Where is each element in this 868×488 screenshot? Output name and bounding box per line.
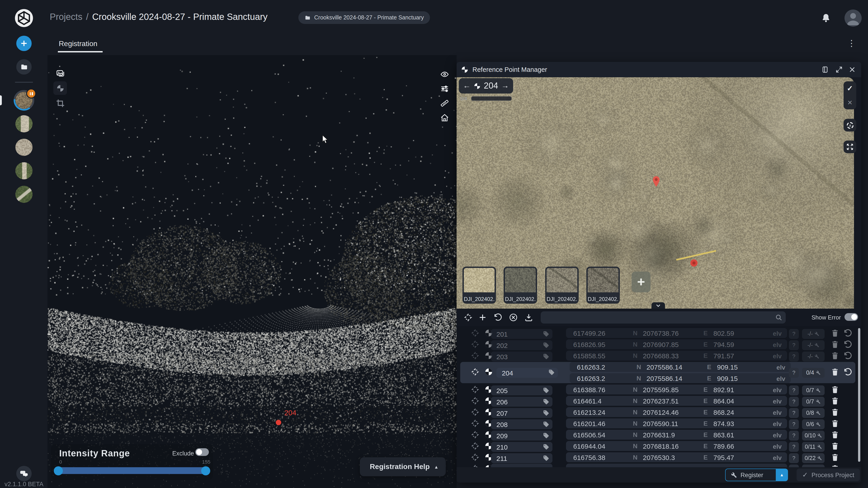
crop-tool-button[interactable] — [53, 96, 67, 110]
point-help-button[interactable]: ? — [789, 442, 799, 452]
point-id-cell[interactable]: 209 — [491, 431, 553, 441]
reference-point-row[interactable]: 205 616388.76 N 2075595.85 E 892.91 elv … — [457, 385, 858, 394]
delete-point-icon[interactable] — [831, 419, 839, 427]
intensity-range-slider[interactable] — [55, 467, 209, 474]
reference-point-row[interactable]: 211 616756.38 N 2076530.3 E 795.47 elv ?… — [457, 452, 858, 462]
tag-icon[interactable] — [543, 410, 549, 416]
locate-point-icon[interactable] — [471, 340, 479, 348]
undo-point-icon[interactable] — [844, 352, 852, 360]
locate-point-icon[interactable] — [471, 329, 479, 337]
point-id-cell[interactable]: 207 — [491, 408, 553, 418]
point-help-button[interactable]: ? — [789, 367, 799, 378]
reference-point-row[interactable]: 209 616506.54 N 2076631.9 E 863.61 elv ?… — [457, 430, 858, 440]
tag-ratio-button[interactable]: 0/7 — [802, 397, 825, 407]
tag-ratio-button[interactable]: 0/8 — [802, 408, 825, 418]
locate-point-icon[interactable] — [471, 397, 479, 405]
tag-ratio-button[interactable]: 0/4 — [802, 367, 825, 378]
coordinates-cell[interactable]: 616213.24 N 2076124.46 E 868.24 elv — [566, 407, 787, 417]
point-id-cell[interactable]: 202 — [491, 340, 553, 350]
show-error-toggle[interactable] — [844, 313, 858, 321]
undo-point-icon[interactable] — [844, 340, 852, 349]
reject-point-button[interactable]: ✕ — [847, 95, 852, 109]
image-thumbnail-1[interactable]: DJI_202402... — [463, 267, 496, 304]
image-thumbnail-4[interactable]: DJI_202402... — [586, 267, 620, 304]
locate-point-icon[interactable] — [471, 442, 479, 450]
expand-panel-icon[interactable] — [835, 66, 843, 73]
point-id-cell[interactable]: 203 — [491, 352, 553, 361]
locate-point-icon[interactable] — [471, 419, 479, 427]
home-view-button[interactable] — [438, 111, 451, 124]
tag-icon[interactable] — [548, 369, 555, 376]
visibility-tool-button[interactable] — [438, 67, 451, 81]
tag-icon[interactable] — [543, 330, 549, 337]
breadcrumb-projects-link[interactable]: Projects — [50, 12, 83, 22]
reference-point-row[interactable]: 208 616201.46 N 2076590.11 E 874.93 elv … — [457, 418, 858, 428]
tag-ratio-button[interactable]: 0/22 — [802, 453, 825, 463]
sidebar-project-thumb-3[interactable] — [16, 139, 33, 156]
tag-ratio-button[interactable]: 0/10 — [802, 431, 825, 441]
coordinates-cell[interactable]: 616263.2 N 2075586.14 E 909.15 elv — [569, 362, 791, 372]
rpm-header[interactable]: Reference Point Manager — [457, 62, 861, 77]
intensity-slider-handle-min[interactable] — [54, 466, 63, 475]
add-point-crosshair-button[interactable] — [464, 313, 472, 322]
measure-tool-button[interactable] — [438, 96, 451, 110]
add-image-button[interactable]: + — [631, 271, 651, 292]
locate-point-icon[interactable] — [471, 367, 479, 376]
point-help-button[interactable]: ? — [789, 385, 799, 395]
point-help-button[interactable]: ? — [789, 329, 799, 339]
coordinates-cell[interactable]: 617499.26 N 2076738.76 E 802.59 elv — [566, 328, 787, 338]
tag-icon[interactable] — [543, 398, 549, 404]
delete-point-icon[interactable] — [831, 408, 839, 416]
sidebar-project-thumb-4[interactable] — [16, 162, 33, 180]
gcp-tool-button[interactable] — [53, 81, 67, 95]
dock-panel-icon[interactable] — [822, 66, 829, 73]
reference-point-row[interactable]: 203 615858.55 N 2076688.33 E 791.57 elv … — [457, 351, 858, 361]
add-project-button[interactable] — [16, 36, 32, 51]
intensity-slider-handle-max[interactable] — [201, 466, 210, 475]
undo-all-button[interactable] — [494, 313, 502, 322]
coordinates-cell[interactable]: 616944.04 N 2076818.16 E 789.66 elv — [566, 441, 787, 451]
point-id-cell[interactable]: 208 — [491, 419, 553, 429]
register-options-dropdown[interactable]: ▲ — [776, 468, 788, 481]
undo-point-icon[interactable] — [844, 329, 852, 337]
register-button[interactable]: Register — [725, 468, 776, 481]
tag-ratio-button[interactable]: -/- — [802, 340, 825, 350]
delete-point-icon[interactable] — [831, 453, 839, 461]
locate-point-icon[interactable] — [471, 385, 479, 394]
pause-processing-badge[interactable] — [26, 89, 36, 98]
table-scrollbar[interactable] — [858, 328, 860, 462]
overflow-menu-button[interactable]: ⋮ — [847, 39, 856, 48]
previous-point-button[interactable]: ← — [463, 81, 471, 90]
delete-point-icon[interactable] — [831, 340, 839, 348]
tag-ratio-button[interactable]: 0/6 — [802, 419, 825, 429]
tag-ratio-button[interactable]: -/- — [802, 329, 825, 339]
delete-point-icon[interactable] — [831, 329, 839, 337]
point-id-cell[interactable]: 204 — [496, 367, 558, 378]
coordinates-cell[interactable]: 616826.95 N 2076907.85 E 794.59 elv — [566, 339, 787, 349]
confirm-point-button[interactable]: ✓ — [847, 81, 853, 95]
display-settings-button[interactable] — [438, 82, 451, 95]
tag-ratio-button[interactable]: 0/7 — [802, 385, 825, 395]
collapse-image-viewer-button[interactable] — [651, 302, 665, 308]
delete-point-icon[interactable] — [831, 442, 839, 450]
tag-icon[interactable] — [543, 353, 549, 359]
fit-view-button[interactable] — [844, 140, 856, 153]
undo-point-icon[interactable] — [844, 367, 852, 376]
projects-folder-button[interactable] — [16, 59, 32, 74]
delete-point-icon[interactable] — [831, 397, 839, 405]
sidebar-project-thumb-5[interactable] — [16, 186, 33, 203]
locate-point-icon[interactable] — [471, 352, 479, 360]
tag-icon[interactable] — [543, 444, 549, 450]
app-logo[interactable] — [15, 9, 33, 27]
support-chat-button[interactable] — [16, 466, 32, 481]
delete-point-icon[interactable] — [831, 367, 839, 376]
coordinates-cell[interactable]: 616263.2 N 2075586.14 E 909.15 elv — [569, 373, 791, 383]
image-thumbnail-3[interactable]: DJI_202402... — [545, 267, 579, 304]
user-avatar[interactable] — [844, 9, 862, 27]
reference-point-row[interactable]: 207 616213.24 N 2076124.46 E 868.24 elv … — [457, 407, 858, 417]
close-icon[interactable] — [848, 66, 856, 73]
coordinates-cell[interactable]: 616756.38 N 2076530.3 E 795.47 elv — [566, 452, 787, 462]
next-point-button[interactable]: → — [501, 81, 509, 90]
coordinates-cell[interactable]: 615858.55 N 2076688.33 E 791.57 elv — [566, 351, 787, 361]
notifications-bell-icon[interactable] — [821, 13, 831, 23]
